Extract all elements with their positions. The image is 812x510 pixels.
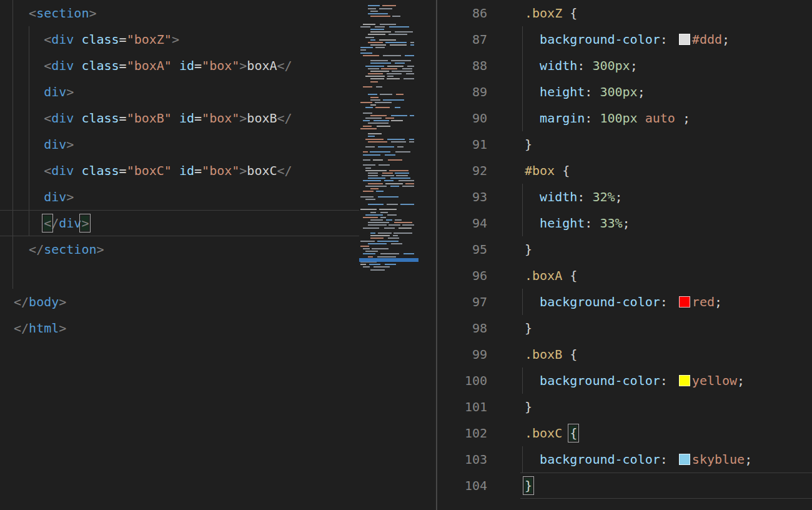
code-line[interactable]: <div class="boxZ"> [0,26,359,52]
code-token: height [540,84,585,99]
code-line[interactable]: .boxB { [520,341,812,368]
code-line[interactable]: margin: 100px auto ; [520,105,812,131]
code-token: = [194,58,202,73]
line-number[interactable]: 99 [437,341,520,368]
line-number[interactable]: 100 [437,368,520,394]
code-line[interactable]: .boxA { [520,262,812,289]
code-token: "boxC" [127,163,172,178]
code-token: boxB [247,111,277,126]
code-token: > [66,84,74,99]
html-editor-pane[interactable]: <section> <div class="boxZ"> <div class=… [0,0,418,510]
code-token [14,32,44,47]
line-number[interactable]: 104 [437,472,520,499]
code-line[interactable]: } [520,315,812,341]
code-token [525,216,540,231]
code-token: : [585,84,600,99]
code-token [14,111,44,126]
code-token: > [239,111,247,126]
line-number[interactable]: 97 [437,289,520,315]
line-number[interactable]: 88 [437,52,520,79]
code-line-row: 89 height: 300px; [437,79,812,105]
code-token: > [59,294,66,309]
line-number[interactable]: 101 [437,394,520,420]
code-token: : [660,294,675,309]
line-number[interactable]: 96 [437,262,520,289]
code-token [172,163,179,178]
css-code-area[interactable]: 86.boxZ {87 background-color: #ddd;88 wi… [437,0,812,499]
code-line[interactable]: width: 300px; [520,52,812,79]
current-code-line[interactable]: </div> [0,210,359,236]
color-swatch-yellow[interactable] [679,375,690,386]
html-code-area[interactable]: <section> <div class="boxZ"> <div class=… [0,0,418,341]
code-token [14,163,44,178]
code-token [562,426,570,441]
code-token: } [525,399,532,414]
css-editor-pane[interactable]: 86.boxZ {87 background-color: #ddd;88 wi… [437,0,812,510]
minimap[interactable] [359,0,418,272]
code-token [74,111,81,126]
line-number[interactable]: 92 [437,158,520,184]
code-line[interactable]: } [520,236,812,262]
code-token: = [119,58,127,73]
line-number[interactable]: 102 [437,420,520,446]
code-line[interactable]: background-color: red; [520,289,812,315]
line-number[interactable]: 91 [437,131,520,158]
editor-window: <section> <div class="boxZ"> <div class=… [0,0,812,510]
code-line[interactable]: .boxZ { [520,0,812,26]
code-token: > [89,6,96,21]
code-line[interactable]: .boxC { [520,420,812,446]
line-number[interactable]: 94 [437,210,520,236]
code-token: boxC [247,163,277,178]
code-token: { [562,163,570,178]
code-line[interactable]: <div class="boxC" id="box">boxC</ [0,158,359,184]
code-line[interactable]: div> [0,184,359,210]
code-token: #ddd [692,32,722,47]
code-token: background-color [540,32,660,47]
line-number[interactable]: 86 [437,0,520,26]
code-token: div [44,137,66,152]
code-line[interactable]: div> [0,131,359,158]
code-line[interactable]: </section> [0,236,359,262]
line-number[interactable]: 87 [437,26,520,52]
code-token: html [29,321,59,336]
code-token: #box [525,163,555,178]
code-line[interactable]: #box { [520,158,812,184]
bracket-match-highlight: > [81,216,89,231]
code-line[interactable]: </html> [0,315,359,341]
code-line-row: 103 background-color: skyblue; [437,446,812,472]
code-line[interactable]: } [520,394,812,420]
code-line[interactable]: height: 33%; [520,210,812,236]
code-token: = [119,111,127,126]
code-line[interactable]: } [520,131,812,158]
code-line[interactable]: <div class="boxB" id="box">boxB</ [0,105,359,131]
code-line[interactable]: background-color: #ddd; [520,26,812,52]
line-number[interactable]: 89 [437,79,520,105]
code-token: id [179,111,194,126]
line-number[interactable]: 90 [437,105,520,131]
minimap-current-line-highlight[interactable] [359,258,418,262]
code-line[interactable]: background-color: yellow; [520,368,812,394]
code-token: / [51,216,59,231]
code-token: ; [722,32,730,47]
code-line[interactable]: <div class="boxA" id="box">boxA</ [0,52,359,79]
code-token: ; [737,373,745,388]
code-token [562,268,570,283]
color-swatch-skyblue[interactable] [679,454,690,465]
code-line-row: 99.boxB { [437,341,812,368]
code-token: width [540,189,577,204]
current-code-line[interactable]: } [520,472,812,499]
line-number[interactable]: 103 [437,446,520,472]
code-token: > [59,321,66,336]
color-swatch-red[interactable] [679,296,690,308]
line-number[interactable]: 98 [437,315,520,341]
code-line[interactable]: height: 300px; [520,79,812,105]
code-line[interactable]: div> [0,79,359,105]
code-line[interactable] [0,262,359,289]
code-line[interactable]: width: 32%; [520,184,812,210]
code-line[interactable]: background-color: skyblue; [520,446,812,472]
line-number[interactable]: 95 [437,236,520,262]
color-swatch-ddd[interactable] [679,34,690,45]
line-number[interactable]: 93 [437,184,520,210]
code-line[interactable]: </body> [0,289,359,315]
code-line[interactable]: <section> [0,0,359,26]
